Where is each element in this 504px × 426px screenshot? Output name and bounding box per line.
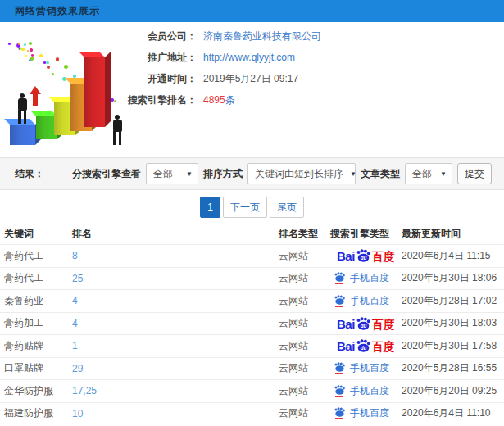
rank-type-cell: 云网站 (279, 406, 330, 420)
baidu-mobile-badge: 手机百度 (334, 406, 389, 420)
filter-controls: 分搜索引擎查看 全部 ▼ 排序方式 关键词由短到长排序 ▼ 文章类型 全部 ▼ … (72, 163, 492, 184)
rank-link[interactable]: 10 (72, 408, 279, 419)
rank-link[interactable]: 1 (72, 340, 279, 351)
confetti-dot (24, 43, 26, 46)
promo-url-label: 推广地址： (125, 51, 197, 65)
article-type-label: 文章类型 (361, 167, 400, 181)
opened-time-value: 2019年5月27日 09:17 (203, 72, 298, 86)
company-label: 会员公司： (125, 29, 197, 43)
confetti-dot (56, 57, 60, 61)
confetti-dot (52, 73, 54, 75)
updated-time-cell: 2020年5月28日 17:02 (402, 294, 504, 308)
keyword-cell: 膏药加工 (4, 316, 72, 330)
chevron-down-icon: ▼ (179, 170, 193, 178)
rank-link[interactable]: 4 (72, 318, 279, 329)
confetti-dot (21, 48, 25, 51)
rank-unit: 条 (225, 94, 235, 106)
header-rank: 排名 (72, 227, 279, 241)
rank-type-cell: 云网站 (279, 384, 330, 398)
chevron-down-icon: ▼ (343, 170, 356, 178)
baidu-mobile-label: 手机百度 (350, 361, 389, 375)
sort-filter-select[interactable]: 关键词由短到长排序 ▼ (247, 163, 356, 184)
confetti-dot (39, 54, 43, 58)
last-page-button[interactable]: 尾页 (270, 197, 304, 218)
rank-type-cell: 云网站 (279, 249, 330, 263)
updated-time-cell: 2020年5月30日 18:03 (402, 316, 504, 330)
engine-type-cell: Bai du百度 (330, 317, 402, 330)
keyword-cell: 膏药代工 (4, 271, 72, 285)
opened-time-row: 开通时间： 2019年5月27日 09:17 (125, 68, 321, 89)
growth-arrow-icon (30, 86, 41, 107)
svg-text:du: du (360, 323, 366, 329)
engine-type-cell: 手机百度 (330, 406, 402, 420)
baidu-mobile-badge: 手机百度 (334, 361, 389, 375)
engine-rank-row: 搜索引擎排名： 4895条 (125, 89, 321, 111)
engine-type-cell: Bai du百度 (330, 249, 402, 262)
results-table-body: 膏药代工8云网站Bai du百度2020年6月4日 11:15膏药代工25云网站… (0, 244, 504, 424)
chart-bar (84, 57, 105, 127)
next-page-button[interactable]: 下一页 (223, 197, 267, 218)
table-row: 金华防护服17,25云网站 手机百度2020年6月20日 09:25 (0, 379, 504, 402)
keyword-cell: 福建防护服 (4, 406, 72, 420)
baidu-paw-icon (334, 362, 346, 372)
keyword-cell: 秦鲁药业 (4, 294, 72, 308)
page-header: 网络营销效果展示 (0, 0, 504, 22)
rank-link[interactable]: 8 (72, 250, 279, 261)
red-underline (335, 418, 343, 419)
red-underline (335, 283, 343, 284)
chart-bar (10, 125, 35, 145)
businessman-figure-right (111, 115, 123, 146)
svg-text:du: du (360, 255, 366, 261)
confetti-dot (25, 55, 28, 57)
header-engine-type: 搜索引擎类型 (330, 227, 402, 241)
submit-button[interactable]: 提交 (457, 163, 492, 184)
engine-type-cell: 手机百度 (330, 294, 402, 308)
page-button-current[interactable]: 1 (200, 197, 220, 218)
promo-url-link[interactable]: http://www.qlyyjt.com (203, 52, 295, 63)
confetti-dot (29, 42, 32, 45)
article-type-value: 全部 (412, 167, 432, 181)
baidu-mobile-badge: 手机百度 (334, 271, 389, 285)
sort-filter-label: 排序方式 (203, 167, 243, 181)
header-keyword: 关键词 (4, 227, 72, 241)
engine-rank-value: 4895条 (203, 93, 235, 107)
rank-type-cell: 云网站 (279, 339, 330, 353)
baidu-mobile-label: 手机百度 (350, 384, 389, 398)
businessman-figure-left (16, 93, 28, 125)
article-type-select[interactable]: 全部 ▼ (405, 163, 452, 184)
baidu-pc-logo: Bai du百度 (337, 339, 395, 352)
baidu-paw-icon (334, 407, 346, 417)
filter-bar: 结果： 分搜索引擎查看 全部 ▼ 排序方式 关键词由短到长排序 ▼ 文章类型 全… (0, 157, 504, 190)
rank-link[interactable]: 29 (72, 363, 279, 374)
baidu-paw-icon (334, 385, 346, 395)
red-underline (335, 306, 343, 307)
rank-type-cell: 云网站 (279, 316, 330, 330)
baidu-paw-icon: du (356, 317, 371, 330)
updated-time-cell: 2020年5月30日 17:58 (402, 339, 504, 353)
sort-filter-value: 关键词由短到长排序 (255, 167, 343, 181)
keyword-cell: 膏药代工 (4, 249, 72, 263)
header-updated: 最新更新时间 (402, 227, 504, 241)
engine-filter-value: 全部 (153, 167, 173, 181)
table-row: 秦鲁药业4云网站 手机百度2020年5月28日 17:02 (0, 289, 504, 312)
rank-link[interactable]: 17,25 (72, 385, 279, 397)
updated-time-cell: 2020年6月20日 09:25 (402, 384, 504, 398)
updated-time-cell: 2020年5月30日 18:06 (402, 271, 504, 285)
baidu-mobile-label: 手机百度 (350, 406, 389, 420)
baidu-mobile-label: 手机百度 (350, 294, 389, 308)
table-row: 福建防护服10云网站 手机百度2020年6月4日 11:10 (0, 402, 504, 425)
engine-filter-select[interactable]: 全部 ▼ (146, 163, 198, 184)
table-row: 口罩贴牌29云网站 手机百度2020年5月28日 16:55 (0, 357, 504, 380)
rank-type-cell: 云网站 (279, 294, 330, 308)
confetti-dot (46, 61, 48, 64)
engine-type-cell: 手机百度 (330, 271, 402, 285)
rank-type-cell: 云网站 (279, 271, 330, 285)
header-rank-type: 排名类型 (279, 227, 330, 241)
rank-link[interactable]: 4 (72, 295, 279, 306)
company-link[interactable]: 济南秦鲁药业科技有限公司 (203, 29, 321, 43)
results-label: 结果： (15, 167, 44, 181)
confetti-dot (64, 65, 68, 69)
red-underline (335, 373, 343, 374)
engine-rank-label: 搜索引擎排名： (125, 93, 197, 107)
rank-link[interactable]: 25 (72, 273, 279, 284)
